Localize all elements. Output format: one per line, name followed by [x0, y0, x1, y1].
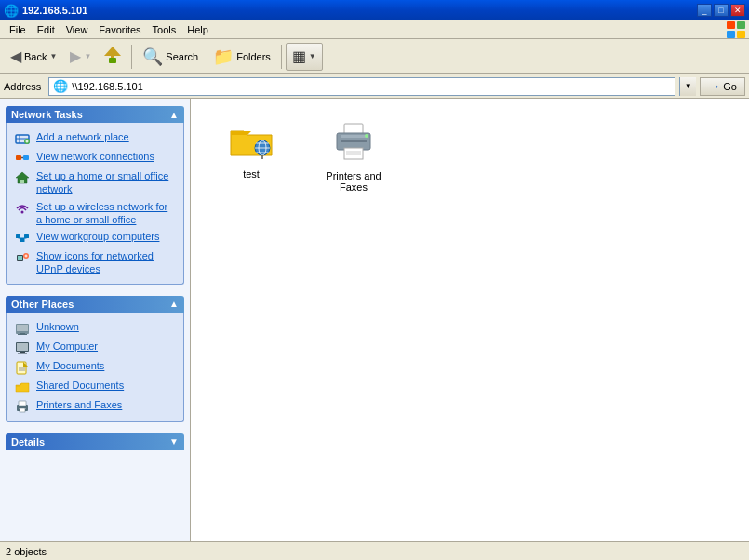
svg-rect-17	[20, 180, 24, 183]
svg-rect-6	[109, 58, 116, 63]
menu-help[interactable]: Help	[181, 22, 214, 37]
maximize-button[interactable]: □	[714, 4, 729, 17]
forward-dropdown-icon[interactable]: ▼	[84, 52, 91, 60]
test-folder-label: test	[243, 168, 260, 180]
task-home-network[interactable]: Set up a home or small office network	[10, 167, 180, 198]
menubar: File Edit View Favorites Tools Help	[0, 20, 749, 39]
back-dropdown-icon[interactable]: ▼	[49, 52, 57, 60]
up-arrow-icon	[104, 47, 121, 67]
details-header[interactable]: Details ▼	[6, 433, 184, 450]
task-wireless-network[interactable]: Set up a wireless network for a home or …	[10, 198, 180, 229]
address-network-icon: 🌐	[53, 79, 68, 93]
network-tasks-header[interactable]: Network Tasks ▲	[6, 106, 184, 123]
svg-rect-55	[341, 140, 367, 142]
network-tasks-chevron: ▲	[169, 110, 179, 120]
other-places-header[interactable]: Other Places ▲	[6, 296, 184, 313]
task-view-connections-label: View network connections	[36, 150, 154, 163]
svg-rect-32	[18, 334, 27, 335]
menu-file[interactable]: File	[4, 22, 32, 37]
toolbar-separator-2	[281, 45, 282, 69]
icons-grid: test	[200, 108, 740, 207]
network-tasks-body: Add a network place View network connect…	[6, 123, 184, 285]
addressbar: Address 🌐 \\192.168.5.101 ▼ → Go	[0, 74, 749, 99]
add-network-place-icon	[14, 131, 31, 146]
folders-label: Folders	[236, 51, 271, 62]
details-chevron: ▼	[169, 436, 179, 447]
place-shared-documents[interactable]: Shared Documents	[10, 377, 180, 396]
network-tasks-section: Network Tasks ▲ Add a	[6, 106, 184, 285]
svg-marker-5	[104, 47, 121, 56]
titlebar-left: 🌐 192.168.5.101	[4, 4, 87, 18]
status-text: 2 objects	[6, 546, 47, 557]
svg-rect-42	[19, 407, 26, 407]
back-arrow-icon: ◀	[10, 47, 21, 65]
svg-rect-44	[19, 401, 26, 406]
svg-rect-57	[344, 148, 363, 159]
titlebar-app-icon: 🌐	[4, 4, 19, 18]
svg-rect-14	[23, 155, 29, 160]
close-button[interactable]: ✕	[730, 4, 745, 17]
address-dropdown-button[interactable]: ▼	[679, 77, 696, 96]
shared-documents-icon	[14, 380, 31, 394]
other-places-title: Other Places	[11, 299, 74, 310]
forward-button[interactable]: ▶ ▼	[65, 43, 96, 71]
svg-rect-0	[727, 21, 735, 29]
search-icon: 🔍	[142, 47, 163, 67]
task-workgroup[interactable]: View workgroup computers	[10, 228, 180, 247]
titlebar: 🌐 192.168.5.101 _ □ ✕	[0, 0, 749, 20]
wireless-network-icon	[14, 201, 31, 216]
folders-button[interactable]: 📁 Folders	[207, 43, 277, 71]
views-dropdown-icon[interactable]: ▼	[309, 52, 316, 60]
icon-printers-faxes[interactable]: Printers and Faxes	[312, 117, 395, 197]
task-view-connections[interactable]: View network connections	[10, 148, 180, 167]
menu-view[interactable]: View	[60, 22, 94, 37]
home-network-icon	[14, 170, 31, 185]
svg-rect-19	[16, 234, 20, 238]
view-connections-icon	[14, 151, 31, 166]
task-upnp-label: Show icons for networked UPnP devices	[36, 249, 176, 276]
printers-faxes-small-icon	[14, 399, 31, 414]
place-printers-faxes[interactable]: Printers and Faxes	[10, 396, 180, 416]
place-my-computer[interactable]: My Computer	[10, 338, 180, 357]
go-button[interactable]: → Go	[700, 77, 745, 96]
task-add-network-place-label: Add a network place	[36, 130, 129, 143]
place-printers-faxes-label: Printers and Faxes	[36, 398, 122, 411]
up-button[interactable]	[98, 43, 127, 71]
svg-rect-20	[24, 234, 29, 238]
other-places-body: Unknown My Computer	[6, 313, 184, 422]
other-places-chevron: ▲	[169, 299, 179, 309]
place-unknown[interactable]: Unknown	[10, 318, 180, 338]
details-title: Details	[11, 436, 45, 447]
folders-icon: 📁	[213, 47, 234, 67]
statusbar: 2 objects	[0, 541, 749, 560]
svg-rect-35	[20, 352, 25, 353]
task-upnp[interactable]: Show icons for networked UPnP devices	[10, 247, 180, 278]
menu-favorites[interactable]: Favorites	[93, 22, 146, 37]
search-button[interactable]: 🔍 Search	[136, 43, 205, 71]
place-my-documents[interactable]: My Documents	[10, 357, 180, 377]
menu-edit[interactable]: Edit	[32, 22, 60, 37]
svg-rect-34	[17, 343, 28, 351]
back-button[interactable]: ◀ Back ▼	[4, 43, 63, 71]
search-label: Search	[166, 51, 198, 62]
minimize-button[interactable]: _	[697, 4, 712, 17]
task-add-network-place[interactable]: Add a network place	[10, 128, 180, 148]
printers-faxes-label: Printers and Faxes	[316, 170, 391, 193]
svg-rect-54	[341, 135, 367, 138]
icon-test-folder[interactable]: test	[209, 117, 293, 197]
svg-rect-21	[20, 238, 25, 242]
forward-arrow-icon: ▶	[70, 47, 81, 65]
go-label: Go	[723, 81, 737, 92]
address-input[interactable]: 🌐 \\192.168.5.101	[48, 77, 675, 96]
views-button[interactable]: ▦ ▼	[286, 43, 323, 71]
winxp-logo	[727, 21, 745, 38]
svg-rect-3	[737, 31, 745, 38]
menu-tools[interactable]: Tools	[147, 22, 182, 37]
svg-rect-36	[18, 353, 27, 353]
task-wireless-network-label: Set up a wireless network for a home or …	[36, 200, 176, 227]
left-panel: Network Tasks ▲ Add a	[0, 99, 191, 541]
printers-faxes-image	[331, 122, 376, 167]
svg-rect-30	[17, 325, 28, 331]
my-computer-icon	[14, 340, 31, 355]
toolbar-separator-1	[131, 45, 132, 69]
